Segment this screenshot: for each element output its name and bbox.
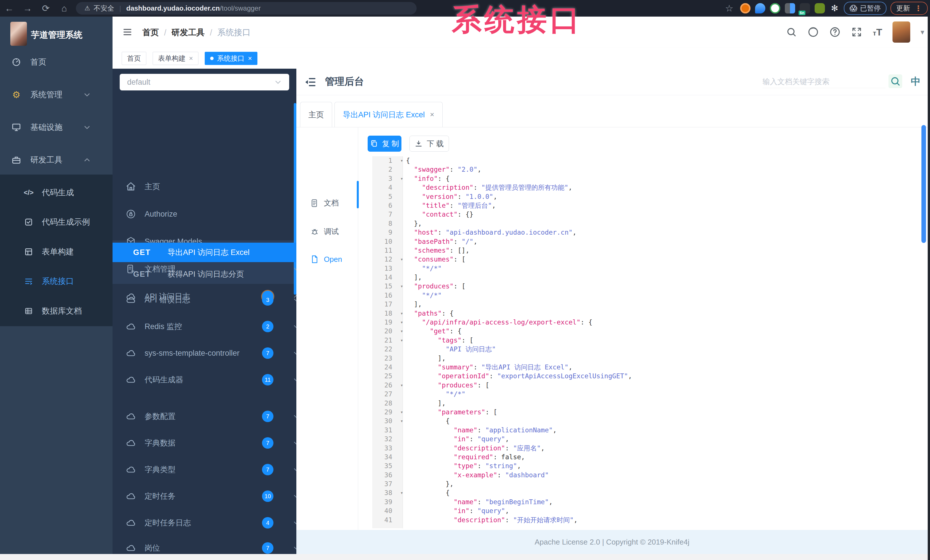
- sidebar-subitem-3[interactable]: 系统接口: [0, 270, 112, 293]
- fold-icon[interactable]: ▾: [397, 488, 406, 497]
- avatar[interactable]: [893, 21, 910, 43]
- code-text: "x-example": "dashboard": [406, 471, 549, 480]
- help-icon[interactable]: [829, 26, 841, 38]
- tag-close-icon[interactable]: ×: [248, 54, 252, 62]
- address-bar[interactable]: ⚠ 不安全 | dashboard.yudao.iocoder.cn/tool/…: [76, 2, 417, 15]
- github-icon[interactable]: [807, 26, 819, 38]
- swagger-group-4[interactable]: 参数配置7: [112, 405, 296, 428]
- fold-icon[interactable]: ▾: [397, 408, 406, 417]
- browser-menu-icon[interactable]: ⋮: [915, 4, 922, 13]
- swagger-group-0[interactable]: API 错误日志3: [112, 288, 296, 311]
- doc-search-input[interactable]: [762, 75, 885, 88]
- grid-blue-extension-icon[interactable]: [785, 3, 795, 14]
- paw-white-extension-icon[interactable]: ✻: [830, 3, 840, 14]
- tag-2[interactable]: 系统接口×: [205, 52, 257, 65]
- dark-extension-icon[interactable]: 6n: [800, 3, 810, 14]
- line-number: 12: [372, 255, 397, 264]
- swagger-group-8[interactable]: 定时任务日志4: [112, 511, 296, 534]
- swagger-item-1[interactable]: Authorize: [112, 203, 296, 226]
- fold-icon[interactable]: ▾: [397, 255, 406, 264]
- tab-close-icon[interactable]: ×: [430, 110, 434, 119]
- doc-search-icon[interactable]: [888, 74, 902, 88]
- content-tab-0[interactable]: 主页: [300, 102, 332, 127]
- fullscreen-icon[interactable]: [851, 26, 862, 38]
- line-number: 23: [372, 354, 397, 363]
- back-icon[interactable]: ←: [0, 3, 18, 14]
- swagger-group-3[interactable]: 代码生成器11: [112, 368, 296, 391]
- sidebar-subitem-1[interactable]: 代码生成示例: [0, 210, 112, 233]
- sidebar-subitem-label: 代码生成示例: [42, 216, 90, 227]
- count-badge: 11: [262, 374, 273, 385]
- update-button[interactable]: 更新 ⋮: [890, 2, 928, 15]
- main-scrollbar[interactable]: [921, 125, 926, 243]
- hamburger-icon[interactable]: [122, 28, 133, 37]
- swagger-group-9[interactable]: 岗位7: [112, 537, 296, 554]
- search-icon[interactable]: [786, 26, 797, 38]
- chevron-down-icon: [293, 440, 296, 446]
- tag-active-dot: [210, 57, 214, 60]
- breadcrumb-home[interactable]: 首页: [142, 27, 159, 38]
- swagger-group-6[interactable]: 字典类型7: [112, 458, 296, 481]
- fold-icon[interactable]: ▾: [397, 336, 406, 345]
- swagger-group-2[interactable]: sys-sms-template-controller7: [112, 342, 296, 365]
- fold-spacer: [397, 354, 406, 363]
- copy-label: 复 制: [382, 139, 399, 149]
- security-label[interactable]: 不安全: [94, 4, 114, 13]
- swagger-group-7[interactable]: 定时任务10: [112, 485, 296, 508]
- fold-spacer: [397, 372, 406, 380]
- shield-green-extension-icon[interactable]: [770, 3, 780, 14]
- fold-icon[interactable]: ▾: [397, 282, 406, 291]
- sidebar-subitem-2[interactable]: 表单构建: [0, 240, 112, 263]
- drop-blue-extension-icon[interactable]: [755, 3, 765, 14]
- sidebar-item-home[interactable]: 首页: [0, 51, 112, 74]
- code-editor[interactable]: 1▾{2 "swagger": "2.0",3▾ "info": {4 "des…: [372, 156, 925, 528]
- puzzle-orange-extension-icon[interactable]: [740, 3, 750, 14]
- forward-icon[interactable]: →: [18, 3, 37, 14]
- sidebar-item-3[interactable]: 研发工具: [0, 149, 112, 172]
- group-select[interactable]: default: [120, 74, 289, 91]
- reload-icon[interactable]: ⟳: [37, 3, 55, 14]
- strip-item-调试[interactable]: 调试: [310, 227, 339, 237]
- font-size-icon[interactable]: тT: [873, 27, 882, 38]
- operation-row-0[interactable]: GET导出API 访问日志 Excel: [112, 242, 296, 262]
- copy-button[interactable]: 复 制: [368, 136, 402, 152]
- tag-0[interactable]: 首页: [122, 52, 146, 65]
- collapse-sidebar-icon[interactable]: [304, 76, 316, 88]
- swagger-item-0[interactable]: 主页: [112, 175, 296, 198]
- logo-row[interactable]: 芋道管理系统: [0, 17, 112, 51]
- sidebar-item-2[interactable]: 基础设施: [0, 116, 112, 139]
- chevron-down-icon[interactable]: ▾: [921, 28, 924, 37]
- fold-icon[interactable]: ▾: [397, 381, 406, 390]
- tag-close-icon[interactable]: ×: [189, 54, 193, 62]
- content-tab-1[interactable]: 导出API 访问日志 Excel×: [334, 102, 443, 127]
- fold-icon[interactable]: ▾: [397, 174, 406, 183]
- annotation-watermark: 系统接口: [452, 0, 582, 40]
- operation-row-1[interactable]: GET获得API 访问日志分页: [112, 264, 296, 284]
- tag-1[interactable]: 表单构建×: [152, 52, 199, 65]
- swagger-group-1[interactable]: Redis 监控2: [112, 315, 296, 338]
- monkey-green-extension-icon[interactable]: [815, 3, 825, 14]
- paused-button[interactable]: 😱 已暂停: [844, 2, 887, 15]
- sidebar-subitem-0[interactable]: </>代码生成: [0, 181, 112, 204]
- language-icon[interactable]: 中: [911, 75, 921, 88]
- download-button[interactable]: 下 载: [410, 136, 449, 152]
- home-icon[interactable]: ⌂: [55, 3, 73, 14]
- chevron-down-icon: [293, 545, 296, 551]
- fold-icon[interactable]: ▾: [397, 309, 406, 318]
- bookmark-star-icon[interactable]: ☆: [722, 3, 736, 14]
- breadcrumb: 首页 / 研发工具 / 系统接口: [142, 27, 251, 38]
- strip-item-open[interactable]: Open: [310, 255, 342, 264]
- sidebar-item-1[interactable]: ⚙系统管理: [0, 83, 112, 106]
- fold-icon[interactable]: ▾: [397, 318, 406, 327]
- fold-icon[interactable]: ▾: [397, 417, 406, 425]
- swagger-group-5[interactable]: 字典数据7: [112, 431, 296, 454]
- sidebar-subitem-4[interactable]: 数据库文档: [0, 299, 112, 322]
- sidebar-subitem-label: 表单构建: [42, 246, 74, 257]
- strip-item-文档[interactable]: 文档: [310, 198, 339, 208]
- fold-icon[interactable]: ▾: [397, 327, 406, 336]
- fold-spacer: [397, 453, 406, 462]
- breadcrumb-tool[interactable]: 研发工具: [171, 27, 205, 38]
- swagger-group-label: 定时任务日志: [145, 518, 191, 528]
- fold-icon[interactable]: ▾: [397, 156, 406, 165]
- http-method: GET: [133, 270, 168, 279]
